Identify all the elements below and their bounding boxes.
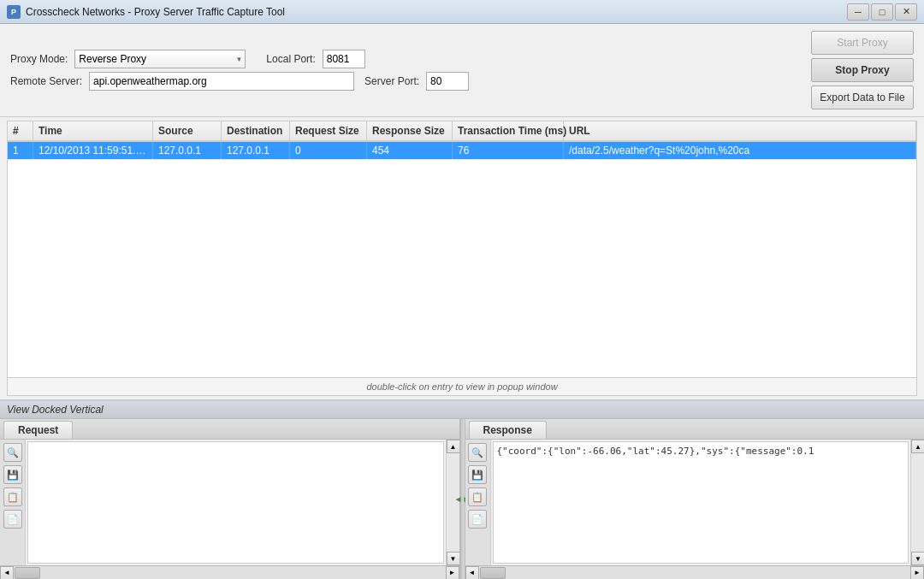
cell-source: 127.0.0.1: [153, 142, 222, 159]
cell-num: 1: [8, 142, 33, 159]
bottom-section-header: View Docked Vertical: [0, 401, 924, 419]
bottom-panels: Request 🔍 💾 📋 📄 ▲ ▼: [0, 419, 924, 579]
local-port-input[interactable]: [323, 50, 365, 68]
remote-server-row: Remote Server: Server Port:: [10, 72, 801, 91]
request-scroll-htrack: [14, 566, 446, 579]
cell-respsize: 454: [367, 142, 453, 159]
proxy-mode-row: Proxy Mode: Reverse ProxyForward Proxy L…: [10, 50, 801, 68]
proxy-mode-select[interactable]: Reverse ProxyForward Proxy: [74, 50, 246, 68]
action-buttons: Start Proxy Stop Proxy Export Data to Fi…: [811, 31, 914, 109]
request-panel-sidebar: 🔍 💾 📋 📄: [0, 440, 26, 565]
response-vscrollbar: ▲ ▼: [910, 440, 924, 565]
cell-url: /data/2.5/weather?q=St%20john,%20ca: [564, 142, 916, 159]
response-panel: Response 🔍 💾 📋 📄 {"coord":{"lon":-66.06,…: [465, 419, 925, 579]
traffic-table: # Time Source Destination Request Size R…: [7, 121, 917, 396]
response-scroll-htrack: [479, 566, 911, 579]
minimize-button[interactable]: ─: [847, 3, 869, 21]
table-footer: double-click on entry to view in popup w…: [8, 377, 916, 395]
response-scroll-hthumb[interactable]: [480, 567, 506, 579]
request-hscrollbar: ◄ ►: [0, 565, 459, 579]
request-scroll-hthumb[interactable]: [15, 567, 40, 579]
request-scroll-left[interactable]: ◄: [0, 566, 14, 580]
col-header-source: Source: [153, 121, 222, 140]
maximize-button[interactable]: □: [871, 3, 893, 21]
proxy-mode-label: Proxy Mode:: [10, 53, 68, 65]
request-scroll-down[interactable]: ▼: [447, 552, 459, 565]
response-hscrollbar: ◄ ►: [465, 565, 925, 579]
cell-reqsize: 0: [290, 142, 367, 159]
table-header: # Time Source Destination Request Size R…: [8, 121, 916, 142]
col-header-num: #: [8, 121, 33, 140]
request-panel-content: 🔍 💾 📋 📄 ▲ ▼: [0, 440, 459, 565]
toolbar-fields: Proxy Mode: Reverse ProxyForward Proxy L…: [10, 50, 801, 91]
close-button[interactable]: ✕: [895, 3, 917, 21]
response-panel-sidebar: 🔍 💾 📋 📄: [465, 440, 491, 565]
response-scroll-left[interactable]: ◄: [465, 566, 479, 580]
request-save-button[interactable]: 💾: [3, 465, 22, 484]
request-copy-button[interactable]: 📋: [3, 487, 22, 506]
response-scroll-right[interactable]: ►: [910, 566, 924, 580]
app-icon: P: [7, 5, 21, 19]
start-proxy-button[interactable]: Start Proxy: [811, 31, 914, 55]
request-tab-bar: Request: [0, 419, 459, 440]
response-text-area[interactable]: {"coord":{"lon":-66.06,"lat":45.27},"sys…: [493, 441, 909, 564]
col-header-dest: Destination: [222, 121, 290, 140]
response-tab[interactable]: Response: [469, 421, 547, 439]
window-controls: ─ □ ✕: [847, 3, 917, 21]
response-zoom-in-button[interactable]: 🔍: [468, 443, 487, 462]
export-data-button[interactable]: Export Data to File: [811, 86, 914, 109]
cell-time: 12/10/2013 11:59:51.844: [33, 142, 153, 159]
remote-server-label: Remote Server:: [10, 75, 82, 87]
request-panel: Request 🔍 💾 📋 📄 ▲ ▼: [0, 419, 460, 579]
title-bar-text: Crosscheck Networks - Proxy Server Traff…: [26, 6, 847, 18]
request-scroll-up[interactable]: ▲: [447, 440, 459, 453]
response-tab-bar: Response: [465, 419, 925, 440]
cell-transtime: 76: [453, 142, 564, 159]
title-bar: P Crosscheck Networks - Proxy Server Tra…: [0, 0, 924, 24]
response-copy-button[interactable]: 📋: [468, 487, 487, 506]
proxy-mode-wrapper: Reverse ProxyForward Proxy: [74, 50, 246, 68]
col-header-time: Time: [33, 121, 153, 140]
col-header-reqsize: Request Size: [290, 121, 367, 140]
response-scroll-track: [911, 453, 924, 552]
bottom-section: View Docked Vertical Request 🔍 💾 📋 📄: [0, 399, 924, 579]
stop-proxy-button[interactable]: Stop Proxy: [811, 58, 914, 82]
table-body: 1 12/10/2013 11:59:51.844 127.0.0.1 127.…: [8, 142, 916, 377]
cell-dest: 127.0.0.1: [222, 142, 290, 159]
response-panel-content: 🔍 💾 📋 📄 {"coord":{"lon":-66.06,"lat":45.…: [465, 440, 925, 565]
main-window: Proxy Mode: Reverse ProxyForward Proxy L…: [0, 24, 924, 579]
remote-server-input[interactable]: [89, 72, 354, 91]
table-row[interactable]: 1 12/10/2013 11:59:51.844 127.0.0.1 127.…: [8, 142, 916, 160]
server-port-input[interactable]: [426, 72, 469, 91]
response-scroll-up[interactable]: ▲: [911, 440, 924, 453]
request-text-area[interactable]: [27, 441, 444, 564]
col-header-respsize: Response Size: [367, 121, 453, 140]
response-save-button[interactable]: 💾: [468, 465, 487, 484]
local-port-label: Local Port:: [266, 53, 315, 65]
request-paste-button[interactable]: 📄: [3, 510, 22, 529]
server-port-label: Server Port:: [364, 75, 419, 87]
col-header-transtime: Transaction Time (ms): [453, 121, 564, 140]
request-scroll-right[interactable]: ►: [446, 566, 459, 580]
request-zoom-in-button[interactable]: 🔍: [3, 443, 22, 462]
toolbar: Proxy Mode: Reverse ProxyForward Proxy L…: [0, 24, 924, 117]
col-header-url: URL: [564, 121, 916, 140]
response-paste-button[interactable]: 📄: [468, 510, 487, 529]
request-tab[interactable]: Request: [3, 421, 73, 439]
response-scroll-down[interactable]: ▼: [911, 552, 924, 565]
